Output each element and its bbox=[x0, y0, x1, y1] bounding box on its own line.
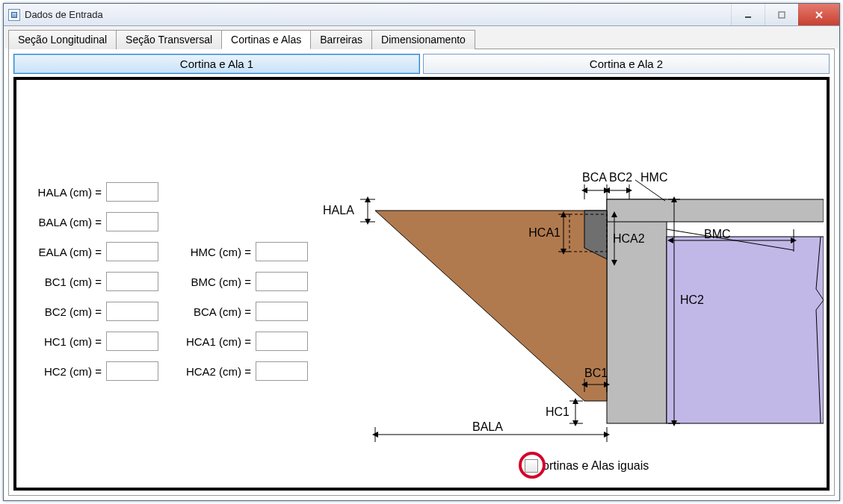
dim-bala: BALA bbox=[472, 420, 503, 433]
dim-hmc: HMC bbox=[640, 171, 667, 184]
label-bala: BALA (cm) = bbox=[31, 216, 106, 228]
input-hmc[interactable] bbox=[256, 242, 308, 261]
label-hala: HALA (cm) = bbox=[31, 186, 106, 199]
svg-rect-6 bbox=[667, 237, 824, 423]
label-hca1: HCA1 (cm) = bbox=[181, 335, 256, 348]
label-bca: BCA (cm) = bbox=[181, 305, 256, 318]
content-frame: HALA (cm) = BALA (cm) = EALA (cm) = bbox=[13, 77, 830, 491]
close-button[interactable] bbox=[798, 4, 839, 25]
dim-bca: BCA bbox=[582, 171, 607, 184]
subtab-cortina-ala-1[interactable]: Cortina e Ala 1 bbox=[13, 54, 420, 74]
tab-dimensionamento[interactable]: Dimensionamento bbox=[371, 30, 475, 49]
svg-rect-5 bbox=[607, 199, 824, 222]
subtab-cortina-ala-2[interactable]: Cortina e Ala 2 bbox=[423, 54, 830, 74]
svg-rect-1 bbox=[779, 12, 785, 18]
window-title: Dados de Entrada bbox=[25, 9, 731, 20]
dim-hca1: HCA1 bbox=[528, 226, 561, 239]
input-bc1[interactable] bbox=[106, 272, 158, 291]
input-hc2[interactable] bbox=[106, 361, 158, 381]
input-bala[interactable] bbox=[106, 212, 158, 231]
input-hca1[interactable] bbox=[256, 332, 308, 351]
window-controls bbox=[731, 4, 839, 25]
svg-marker-7 bbox=[375, 211, 607, 401]
checkbox-cortinas-iguais[interactable]: ortinas e Alas iguais bbox=[525, 459, 649, 473]
dim-hc2: HC2 bbox=[680, 293, 704, 306]
subtabs: Cortina e Ala 1 Cortina e Ala 2 bbox=[13, 54, 830, 74]
input-bca[interactable] bbox=[256, 302, 308, 321]
dim-hca2: HCA2 bbox=[613, 232, 645, 245]
label-eala: EALA (cm) = bbox=[31, 246, 106, 258]
checkbox-label: ortinas e Alas iguais bbox=[543, 459, 649, 473]
label-bmc: BMC (cm) = bbox=[181, 276, 256, 288]
label-hmc: HMC (cm) = bbox=[181, 246, 256, 258]
dim-bc1: BC1 bbox=[584, 367, 608, 379]
input-hala[interactable] bbox=[106, 182, 158, 202]
tab-cortinas-e-alas[interactable]: Cortinas e Alas bbox=[221, 30, 311, 49]
tab-secao-transversal[interactable]: Seção Transversal bbox=[116, 30, 222, 49]
window-frame: Dados de Entrada Seção Longitudinal Seçã… bbox=[3, 3, 840, 501]
label-bc1: BC1 (cm) = bbox=[31, 276, 106, 288]
dim-hc1: HC1 bbox=[546, 405, 569, 418]
label-bc2: BC2 (cm) = bbox=[31, 305, 106, 318]
tab-panel: Cortina e Ala 1 Cortina e Ala 2 HALA (cm… bbox=[8, 49, 835, 496]
input-bmc[interactable] bbox=[256, 272, 308, 291]
diagram: BCA BC2 HMC HALA HCA1 HCA2 BMC bbox=[315, 125, 824, 453]
input-eala[interactable] bbox=[106, 242, 158, 261]
dim-bc2: BC2 bbox=[609, 171, 632, 184]
dim-bmc: BMC bbox=[704, 228, 731, 240]
input-bc2[interactable] bbox=[106, 302, 158, 321]
tabstrip: Seção Longitudinal Seção Transversal Cor… bbox=[4, 26, 839, 49]
dim-hala: HALA bbox=[323, 204, 354, 217]
form-area: HALA (cm) = BALA (cm) = EALA (cm) = bbox=[31, 177, 330, 386]
label-hc2: HC2 (cm) = bbox=[31, 365, 106, 378]
tab-barreiras[interactable]: Barreiras bbox=[310, 30, 372, 49]
input-hca2[interactable] bbox=[256, 361, 308, 381]
label-hc1: HC1 (cm) = bbox=[31, 335, 106, 348]
minimize-button[interactable] bbox=[731, 4, 765, 25]
maximize-button[interactable] bbox=[765, 4, 798, 25]
label-hca2: HCA2 (cm) = bbox=[181, 365, 256, 378]
tab-secao-longitudinal[interactable]: Seção Longitudinal bbox=[8, 30, 117, 49]
app-icon bbox=[8, 9, 20, 21]
titlebar: Dados de Entrada bbox=[4, 4, 839, 26]
checkbox-box-icon[interactable] bbox=[525, 459, 538, 473]
input-hc1[interactable] bbox=[106, 332, 158, 351]
